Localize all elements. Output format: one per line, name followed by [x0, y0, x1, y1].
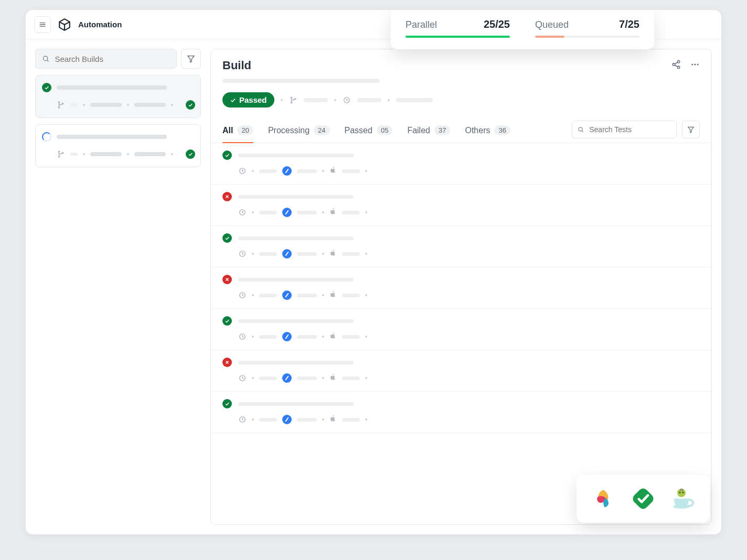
- svg-marker-26: [688, 127, 694, 133]
- safari-icon: [282, 373, 292, 383]
- app-window: Parallel 25/25 Queued 7/25 Automatio: [25, 9, 722, 535]
- tab-label: Failed: [407, 126, 430, 135]
- clock-icon: [238, 332, 247, 341]
- test-row[interactable]: [211, 226, 711, 267]
- safari-icon: [282, 208, 292, 217]
- svg-line-25: [582, 131, 583, 132]
- clock-icon: [238, 167, 247, 175]
- svg-point-44: [682, 492, 684, 493]
- stat-parallel-value: 25/25: [484, 18, 510, 30]
- svg-point-21: [291, 102, 292, 103]
- filter-builds-button[interactable]: [181, 49, 201, 69]
- tab-count-badge: 24: [314, 125, 329, 135]
- check-icon: [186, 100, 195, 110]
- tab-count-badge: 36: [494, 125, 510, 135]
- share-icon: [671, 60, 681, 69]
- tab-label: Processing: [268, 126, 310, 135]
- filter-tests-button[interactable]: [682, 121, 700, 138]
- menu-button[interactable]: [34, 16, 51, 33]
- apple-icon: [329, 208, 337, 217]
- test-row[interactable]: [211, 392, 711, 433]
- check-icon: [222, 233, 232, 243]
- tab-failed[interactable]: Failed37: [407, 120, 450, 143]
- test-row[interactable]: [211, 185, 711, 226]
- filter-icon: [187, 55, 195, 63]
- x-icon: [222, 275, 232, 284]
- safari-icon: [282, 249, 292, 259]
- svg-point-7: [58, 107, 59, 108]
- svg-point-20: [291, 97, 292, 98]
- svg-rect-45: [680, 489, 681, 491]
- tab-label: All: [222, 126, 233, 135]
- katalon-icon: [631, 486, 656, 511]
- tab-processing[interactable]: Processing24: [268, 120, 330, 143]
- filter-icon: [687, 126, 695, 133]
- test-row[interactable]: [211, 309, 711, 350]
- tab-count-badge: 05: [377, 125, 392, 135]
- app-logo-icon: [57, 17, 72, 32]
- check-icon: [42, 83, 51, 92]
- app-title: Automation: [78, 20, 122, 29]
- svg-rect-46: [682, 489, 683, 491]
- svg-point-17: [691, 64, 693, 66]
- search-tests[interactable]: [572, 121, 677, 138]
- safari-icon: [282, 332, 292, 341]
- svg-point-43: [679, 492, 681, 493]
- stat-parallel-label: Parallel: [405, 19, 437, 30]
- build-card[interactable]: [35, 124, 201, 167]
- clock-icon: [238, 374, 247, 382]
- svg-point-11: [62, 153, 63, 154]
- x-icon: [222, 358, 232, 367]
- svg-marker-5: [188, 56, 194, 62]
- build-status-badge: Passed: [222, 92, 274, 107]
- build-card[interactable]: [35, 75, 201, 118]
- branch-icon: [57, 150, 65, 158]
- clock-icon: [238, 208, 247, 217]
- tab-count-badge: 20: [237, 125, 253, 135]
- check-icon: [222, 316, 232, 326]
- svg-rect-40: [632, 487, 655, 510]
- svg-point-18: [695, 64, 696, 66]
- clock-icon: [238, 291, 247, 299]
- stats-popover: Parallel 25/25 Queued 7/25: [391, 9, 654, 49]
- svg-point-12: [677, 61, 680, 63]
- svg-point-3: [43, 56, 47, 60]
- test-row[interactable]: [211, 350, 711, 392]
- tab-label: Others: [465, 126, 490, 135]
- search-builds[interactable]: [35, 49, 177, 69]
- svg-line-15: [675, 62, 677, 64]
- sidebar: [35, 49, 201, 525]
- svg-point-6: [58, 102, 59, 103]
- tab-passed[interactable]: Passed05: [345, 120, 393, 143]
- check-icon: [186, 149, 195, 159]
- more-icon: [690, 60, 700, 69]
- svg-point-42: [677, 489, 686, 497]
- svg-point-14: [677, 66, 680, 69]
- apple-icon: [329, 166, 337, 176]
- check-icon: [222, 150, 232, 160]
- svg-line-16: [675, 65, 677, 67]
- svg-point-24: [579, 127, 582, 131]
- check-icon: [222, 399, 232, 408]
- clock-icon: [343, 96, 351, 104]
- share-button[interactable]: [671, 60, 681, 71]
- search-icon: [578, 126, 584, 133]
- svg-point-13: [673, 63, 675, 66]
- stat-queued-value: 7/25: [619, 18, 639, 30]
- apple-icon: [329, 373, 337, 383]
- search-builds-input[interactable]: [55, 55, 170, 63]
- svg-point-9: [58, 151, 59, 152]
- tab-all[interactable]: All20: [222, 120, 253, 143]
- test-row[interactable]: [211, 267, 711, 309]
- search-icon: [42, 55, 49, 63]
- build-title: Build: [222, 59, 251, 72]
- safari-icon: [282, 290, 292, 300]
- tab-others[interactable]: Others36: [465, 120, 510, 143]
- svg-point-22: [294, 98, 295, 99]
- svg-point-19: [697, 64, 699, 66]
- test-row[interactable]: [211, 143, 711, 185]
- spinner-icon: [42, 132, 51, 142]
- more-button[interactable]: [690, 60, 700, 71]
- search-tests-input[interactable]: [589, 125, 671, 134]
- tab-label: Passed: [345, 126, 372, 135]
